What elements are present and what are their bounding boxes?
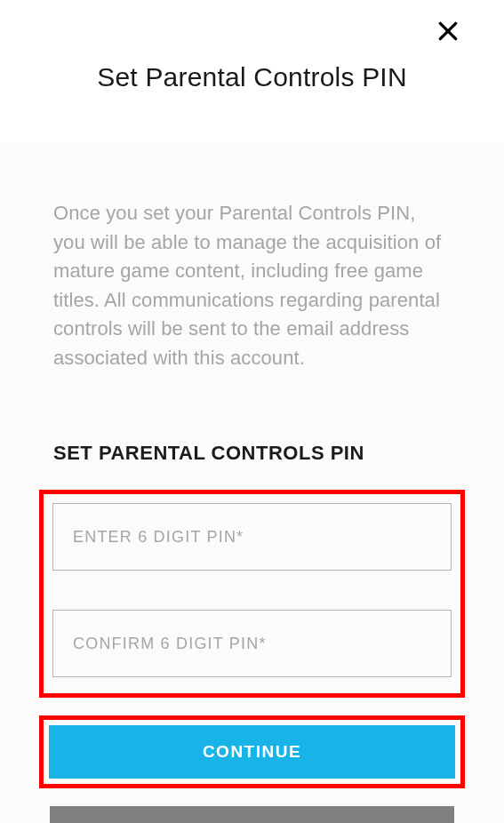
cancel-button[interactable]: CANCEL	[50, 806, 454, 823]
close-icon[interactable]	[436, 20, 460, 43]
section-heading: SET PARENTAL CONTROLS PIN	[53, 442, 451, 465]
dialog-header: Set Parental Controls PIN	[0, 0, 504, 142]
page-title: Set Parental Controls PIN	[97, 62, 407, 92]
continue-button[interactable]: CONTINUE	[49, 725, 455, 779]
dialog-content: Once you set your Parental Controls PIN,…	[0, 142, 504, 823]
confirm-pin-input[interactable]	[52, 610, 452, 677]
enter-pin-input[interactable]	[52, 503, 452, 571]
continue-highlight: CONTINUE	[39, 715, 465, 788]
description-text: Once you set your Parental Controls PIN,…	[53, 199, 451, 372]
pin-inputs-group	[39, 490, 465, 698]
